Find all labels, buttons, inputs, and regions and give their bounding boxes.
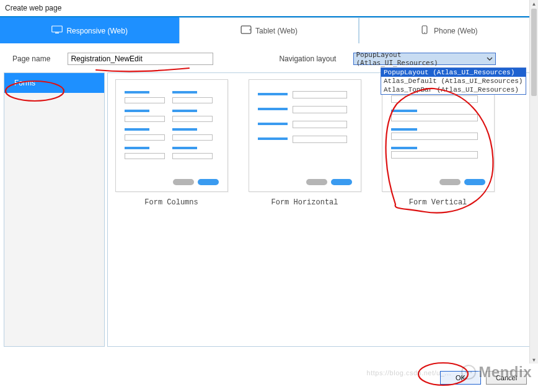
- template-form-columns-thumb: [115, 79, 228, 192]
- thumb-ok-pill: [331, 179, 352, 185]
- template-form-horizontal-label: Form Horizontal: [271, 198, 338, 207]
- template-form-columns-label: Form Columns: [144, 198, 198, 207]
- device-tabs: Responsive (Web) Tablet (Web) Phone (Web…: [0, 17, 538, 43]
- template-form-horizontal-thumb: [249, 79, 361, 192]
- window-title: Create web page: [5, 4, 61, 12]
- tab-phone[interactable]: Phone (Web): [359, 17, 538, 43]
- svg-point-5: [424, 32, 425, 33]
- page-name-label: Page name: [12, 54, 50, 63]
- chevron-down-icon: [487, 56, 493, 62]
- thumb-ok-pill: [464, 179, 485, 185]
- nav-layout-label: Navigation layout: [279, 54, 336, 63]
- tab-responsive-label: Responsive (Web): [66, 27, 127, 35]
- svg-rect-0: [52, 26, 63, 32]
- nav-option-2[interactable]: Atlas_TopBar (Atlas_UI_Resources): [381, 85, 526, 94]
- page-name-input[interactable]: [68, 53, 213, 65]
- cancel-button[interactable]: Cancel: [486, 371, 527, 385]
- vertical-scrollbar[interactable]: ▲ ▼: [529, 0, 538, 364]
- tab-tablet[interactable]: Tablet (Web): [179, 17, 358, 43]
- nav-layout-dropdown[interactable]: PopupLayout (Atlas_UI_Resources) Atlas_D…: [381, 68, 526, 95]
- thumb-ok-pill: [198, 179, 219, 185]
- template-form-vertical[interactable]: Form Vertical: [381, 79, 495, 207]
- tab-phone-label: Phone (Web): [434, 27, 477, 35]
- svg-point-3: [249, 29, 250, 30]
- template-form-vertical-label: Form Vertical: [409, 198, 467, 207]
- nav-layout-selected: PopupLayout (Atlas_UI_Resources): [356, 51, 483, 67]
- tablet-icon: [240, 25, 252, 36]
- dialog-footer: OK Cancel: [0, 364, 538, 392]
- scroll-up-icon[interactable]: ▲: [531, 0, 537, 7]
- ok-button[interactable]: OK: [440, 371, 481, 385]
- category-sidebar: Forms: [4, 72, 105, 347]
- thumb-cancel-pill: [439, 179, 461, 185]
- scroll-thumb[interactable]: [531, 9, 537, 96]
- title-bar: Create web page ×: [0, 0, 538, 17]
- category-forms[interactable]: Forms: [4, 73, 104, 93]
- nav-option-0[interactable]: PopupLayout (Atlas_UI_Resources): [381, 68, 526, 77]
- template-form-vertical-thumb: [382, 79, 495, 192]
- nav-layout-select[interactable]: PopupLayout (Atlas_UI_Resources): [353, 53, 496, 65]
- scroll-down-icon[interactable]: ▼: [531, 356, 537, 364]
- template-form-horizontal[interactable]: Form Horizontal: [247, 79, 362, 207]
- phone-icon: [419, 25, 430, 36]
- thumb-cancel-pill: [173, 179, 194, 185]
- nav-option-1[interactable]: Atlas_Default (Atlas_UI_Resources): [381, 77, 526, 85]
- desktop-icon: [51, 25, 63, 36]
- tab-responsive[interactable]: Responsive (Web): [0, 17, 179, 43]
- svg-rect-1: [55, 33, 59, 34]
- main-area: Forms: [0, 71, 538, 347]
- tab-tablet-label: Tablet (Web): [255, 27, 298, 35]
- template-form-columns[interactable]: Form Columns: [114, 79, 229, 207]
- template-gallery: Form Columns Form Horizontal: [107, 72, 532, 347]
- thumb-cancel-pill: [306, 179, 327, 185]
